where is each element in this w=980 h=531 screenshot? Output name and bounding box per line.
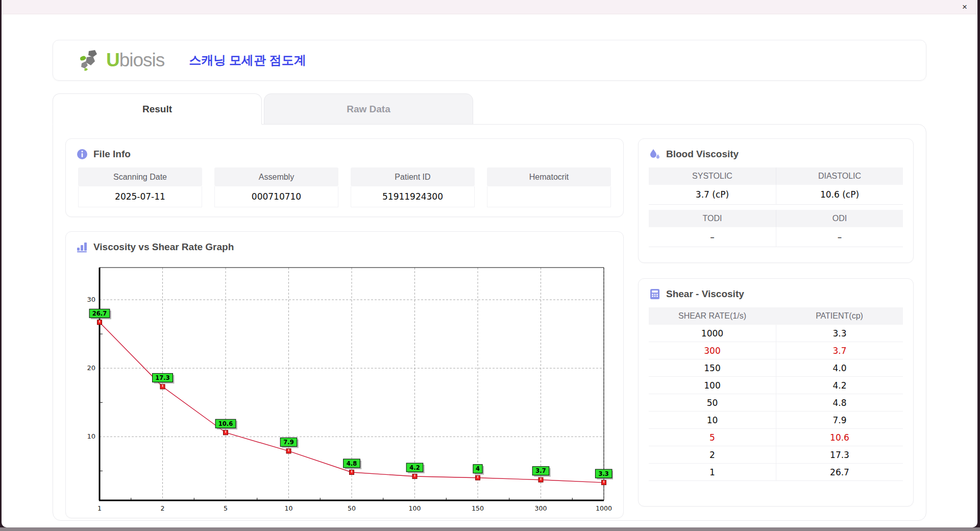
bv-value-cell: – [776,227,903,247]
svg-text:10: 10 [285,504,293,512]
graph-card: Viscosity vs Shear Rate Graph 1020301251… [65,231,624,518]
right-column: Blood Viscosity SYSTOLICDIASTOLIC3.7 (cP… [638,138,914,506]
bv-header-cell: TODI [649,210,776,227]
svg-text:30: 30 [87,296,95,303]
shear-table-row: 107.9 [649,412,903,429]
shear-table-row: 217.3 [649,446,903,464]
shear-table-row: 10003.3 [649,325,903,342]
file-info-field: Patient ID51911924300 [351,167,475,207]
svg-text:50: 50 [348,504,356,512]
window-titlebar: × [2,0,977,14]
shear-viscosity-card: Shear - Viscosity SHEAR RATE(1/s) PATIEN… [638,278,914,506]
svg-text:1000: 1000 [596,504,612,512]
header-card: Ubiosis 스캐닝 모세관 점도계 [53,40,926,81]
file-info-field-label: Scanning Date [78,167,202,186]
shear-table-row: 510.6 [649,429,903,446]
file-info-grid: Scanning Date2025-07-11Assembly000710710… [76,167,613,207]
file-info-field-label: Patient ID [351,167,475,186]
app-title: 스캐닝 모세관 점도계 [189,52,306,68]
file-info-field-value: 51911924300 [351,186,475,207]
brand-text: Ubiosis [106,50,164,71]
brand-rest: biosis [119,50,165,70]
bar-chart-icon [76,241,88,253]
bv-value-cell: 3.7 (cP) [649,185,776,205]
app-window: × Ubiosis 스캐닝 모세관 점도계 Result Raw [2,0,977,527]
tab-result[interactable]: Result [53,93,262,125]
shear-table-row: 504.8 [649,394,903,412]
file-info-field: Scanning Date2025-07-11 [78,167,202,207]
left-column: File Info Scanning Date2025-07-11Assembl… [65,138,624,506]
svg-text:2: 2 [161,504,165,512]
shear-rate-cell: 10 [649,412,776,428]
svg-text:10.6: 10.6 [218,420,233,427]
tab-raw-data[interactable]: Raw Data [264,93,473,125]
shear-viscosity-title: Shear - Viscosity [666,288,744,300]
svg-text:7.9: 7.9 [283,439,293,446]
ubiosis-logo-icon [78,48,104,73]
shear-rate-cell: 5 [649,429,776,446]
patient-value-cell: 4.2 [776,377,903,394]
svg-text:26.7: 26.7 [92,310,107,317]
patient-value-cell: 4.0 [776,359,903,376]
shear-rate-cell: 100 [649,377,776,394]
svg-text:20: 20 [87,364,95,372]
shear-col-patient: PATIENT(cp) [776,307,903,325]
file-info-title: File Info [93,149,131,160]
viscosity-chart-svg: 1020301251050100150300100026.717.310.67.… [76,260,613,520]
shear-table-header: SHEAR RATE(1/s) PATIENT(cp) [649,307,903,325]
blood-viscosity-card: Blood Viscosity SYSTOLICDIASTOLIC3.7 (cP… [638,138,914,263]
result-panel: File Info Scanning Date2025-07-11Assembl… [53,124,926,521]
shear-rate-cell: 1 [649,464,776,480]
tab-bar: Result Raw Data [53,93,926,125]
blood-viscosity-title: Blood Viscosity [666,149,739,160]
page-content: Ubiosis 스캐닝 모세관 점도계 Result Raw Data [2,14,977,521]
file-info-field: Hematocrit [487,167,611,207]
bv-header-cell: SYSTOLIC [649,167,776,185]
bv-value-cell: – [649,227,776,247]
shear-col-rate: SHEAR RATE(1/s) [649,307,776,325]
file-info-field-label: Assembly [214,167,338,186]
patient-value-cell: 3.7 [776,342,903,359]
patient-value-cell: 17.3 [776,446,903,463]
shear-table-body: 10003.33003.71504.01004.2504.8107.9510.6… [649,325,903,481]
calculator-icon [649,288,661,300]
patient-value-cell: 26.7 [776,464,903,480]
file-info-card: File Info Scanning Date2025-07-11Assembl… [65,138,624,217]
patient-value-cell: 10.6 [776,429,903,446]
blood-viscosity-table: SYSTOLICDIASTOLIC3.7 (cP)10.6 (cP)TODIOD… [649,167,903,247]
svg-text:17.3: 17.3 [155,374,169,381]
ubiosis-logo: Ubiosis [78,48,164,73]
blood-viscosity-group: SYSTOLICDIASTOLIC3.7 (cP)10.6 (cP) [649,167,903,205]
desktop-bottom-strip [0,527,980,531]
svg-text:4.2: 4.2 [409,464,420,471]
shear-rate-cell: 1000 [649,325,776,342]
blood-drops-icon [649,148,661,160]
file-info-field-value: 2025-07-11 [78,186,202,207]
file-info-field-value [487,186,611,207]
shear-table-row: 3003.7 [649,342,903,359]
svg-text:3.3: 3.3 [599,470,609,477]
file-info-field: Assembly000710710 [214,167,338,207]
svg-text:5: 5 [224,504,228,512]
patient-value-cell: 3.3 [776,325,903,342]
shear-rate-cell: 50 [649,394,776,411]
svg-text:4.8: 4.8 [347,460,357,467]
bv-header-cell: DIASTOLIC [776,167,903,185]
bv-header-cell: ODI [776,210,903,227]
svg-text:1: 1 [97,504,102,512]
patient-value-cell: 7.9 [776,412,903,428]
svg-text:4: 4 [476,465,480,472]
svg-text:3.7: 3.7 [535,467,546,474]
svg-text:10: 10 [87,432,95,440]
patient-value-cell: 4.8 [776,394,903,411]
svg-text:100: 100 [409,504,421,512]
file-info-field-label: Hematocrit [487,167,611,186]
graph-title: Viscosity vs Shear Rate Graph [93,242,234,253]
shear-rate-cell: 2 [649,446,776,463]
file-info-field-value: 000710710 [214,186,338,207]
shear-table-row: 1004.2 [649,377,903,394]
shear-table-row: 1504.0 [649,359,903,377]
window-close-button[interactable]: × [959,2,970,12]
shear-rate-cell: 150 [649,359,776,376]
blood-viscosity-group: TODIODI–– [649,210,903,247]
